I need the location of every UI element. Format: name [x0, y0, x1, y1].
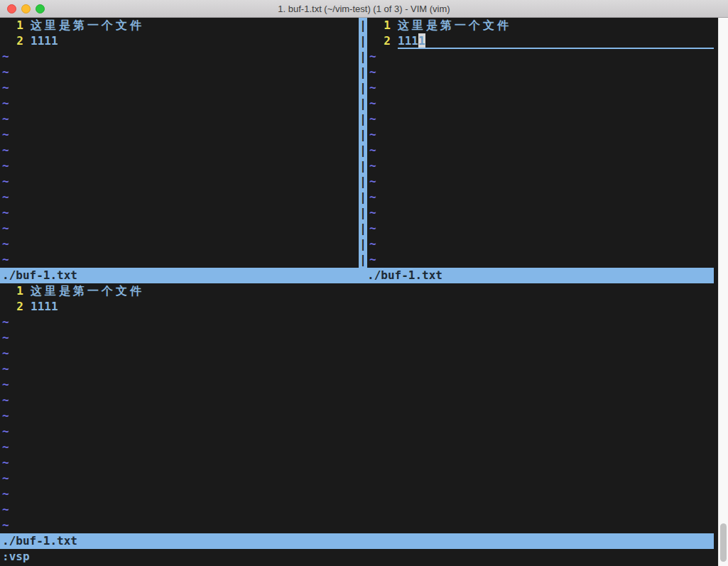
vim-window: 1. buf-1.txt (~/vim-test) (1 of 3) - VIM…	[0, 0, 728, 566]
status-filename: ./buf-1.txt	[2, 268, 77, 283]
tilde-row: ~	[367, 252, 714, 268]
tilde-row: ~	[0, 346, 714, 361]
line-number: 1	[369, 18, 391, 33]
tilde-row: ~	[367, 80, 714, 96]
tilde-row: ~	[367, 143, 714, 158]
tilde-row: ~	[367, 205, 714, 221]
buffer-text: 111	[398, 33, 418, 48]
tilde-row: ~	[0, 502, 714, 518]
statusline-bottom[interactable]: ./buf-1.txt	[0, 533, 714, 549]
cursor-line: 21111	[367, 33, 714, 49]
buffer-text: 这里是第一个文件	[31, 283, 144, 299]
tilde-row: ~	[0, 221, 359, 236]
tilde-row: ~	[0, 361, 714, 377]
separator-pipe: |	[359, 236, 367, 252]
buffer-line: 1这里是第一个文件	[367, 18, 714, 33]
tilde-row: ~	[0, 111, 359, 127]
tilde-row: ~	[0, 252, 359, 268]
status-filename: ./buf-1.txt	[2, 533, 77, 549]
tilde-row: ~	[367, 65, 714, 80]
line-number: 2	[2, 299, 23, 315]
tilde-row: ~	[367, 49, 714, 65]
buffer-text: 1111	[31, 33, 58, 49]
tilde-row: ~	[0, 393, 714, 408]
separator-pipe: |	[359, 18, 367, 33]
tilde-row: ~	[0, 205, 359, 221]
buffer-line: 21111	[0, 299, 714, 315]
minimize-button[interactable]	[21, 4, 31, 13]
separator-pipe: |	[359, 111, 367, 127]
vim-terminal: 1这里是第一个文件 21111 ~~~~~~~~~~~~~~ |||||||||…	[0, 18, 718, 566]
tilde-row: ~	[0, 471, 714, 486]
separator-pipe: |	[359, 174, 367, 190]
tilde-row: ~	[0, 440, 714, 455]
tilde-row: ~	[0, 143, 359, 158]
tilde-row: ~	[0, 65, 359, 80]
line-number: 1	[2, 283, 23, 299]
tilde-row: ~	[367, 236, 714, 252]
separator-pipe: |	[359, 33, 367, 49]
tilde-row: ~	[0, 424, 714, 440]
tilde-column: ~~~~~~~~~~~~~~	[367, 49, 714, 268]
separator-pipe: |	[359, 127, 367, 143]
tilde-row: ~	[0, 518, 714, 533]
vim-screen: 1这里是第一个文件 21111 ~~~~~~~~~~~~~~ |||||||||…	[0, 18, 714, 566]
tilde-row: ~	[367, 190, 714, 205]
separator-pipe: |	[359, 143, 367, 158]
tilde-row: ~	[0, 315, 714, 330]
buffer-line: 21111	[0, 33, 359, 49]
tilde-row: ~	[0, 190, 359, 205]
buffer-text: 这里是第一个文件	[31, 18, 144, 33]
separator-pipe: |	[359, 221, 367, 236]
tilde-row: ~	[367, 96, 714, 111]
cursor-line-body: 1111	[398, 33, 714, 49]
buffer-line: 1这里是第一个文件	[0, 283, 714, 299]
vertical-separator[interactable]: ||||||||||||||||	[359, 18, 367, 268]
scrollbar[interactable]	[718, 18, 728, 566]
tilde-row: ~	[367, 111, 714, 127]
cursor-block: 1	[418, 33, 425, 48]
tilde-row: ~	[0, 49, 359, 65]
terminal-main: 1这里是第一个文件 21111 ~~~~~~~~~~~~~~ |||||||||…	[0, 18, 728, 566]
tilde-row: ~	[0, 408, 714, 424]
window-title: 1. buf-1.txt (~/vim-test) (1 of 3) - VIM…	[278, 4, 450, 14]
tilde-row: ~	[0, 455, 714, 471]
tilde-row: ~	[0, 174, 359, 190]
separator-pipe: |	[359, 96, 367, 111]
tilde-row: ~	[0, 377, 714, 393]
tilde-row: ~	[367, 174, 714, 190]
separator-pipe: |	[359, 80, 367, 96]
tilde-row: ~	[0, 330, 714, 346]
scrollbar-thumb[interactable]	[720, 523, 727, 562]
separator-pipe: |	[359, 49, 367, 65]
split-top-left[interactable]: 1这里是第一个文件 21111 ~~~~~~~~~~~~~~	[0, 18, 359, 268]
zoom-button[interactable]	[36, 4, 45, 13]
buffer-line: 1这里是第一个文件	[0, 18, 359, 33]
split-top-right[interactable]: 1这里是第一个文件 21111 ~~~~~~~~~~~~~~	[367, 18, 714, 268]
tilde-row: ~	[367, 127, 714, 143]
tilde-row: ~	[367, 221, 714, 236]
tilde-row: ~	[367, 158, 714, 174]
command-line[interactable]: :vsp	[0, 549, 714, 566]
statusline-top[interactable]: ./buf-1.txt ./buf-1.txt	[0, 268, 714, 283]
close-button[interactable]	[7, 4, 16, 13]
separator-pipe: |	[359, 190, 367, 205]
separator-pipe: |	[359, 65, 367, 80]
split-bottom[interactable]: 1这里是第一个文件 21111 ~~~~~~~~~~~~~~	[0, 283, 714, 533]
tilde-row: ~	[0, 127, 359, 143]
tilde-row: ~	[0, 80, 359, 96]
tilde-row: ~	[0, 96, 359, 111]
line-number: 2	[369, 33, 391, 49]
buffer-text: 1111	[31, 299, 58, 315]
separator-pipe: |	[359, 158, 367, 174]
tilde-row: ~	[0, 236, 359, 252]
buffer-text: 这里是第一个文件	[398, 18, 511, 33]
separator-pipe: |	[359, 252, 367, 268]
window-titlebar[interactable]: 1. buf-1.txt (~/vim-test) (1 of 3) - VIM…	[0, 0, 728, 18]
line-number: 2	[2, 33, 23, 49]
tilde-column: ~~~~~~~~~~~~~~	[0, 49, 359, 268]
tilde-row: ~	[0, 158, 359, 174]
separator-pipe: |	[359, 205, 367, 221]
top-splits-region: 1这里是第一个文件 21111 ~~~~~~~~~~~~~~ |||||||||…	[0, 18, 714, 268]
status-filename: ./buf-1.txt	[367, 268, 442, 283]
